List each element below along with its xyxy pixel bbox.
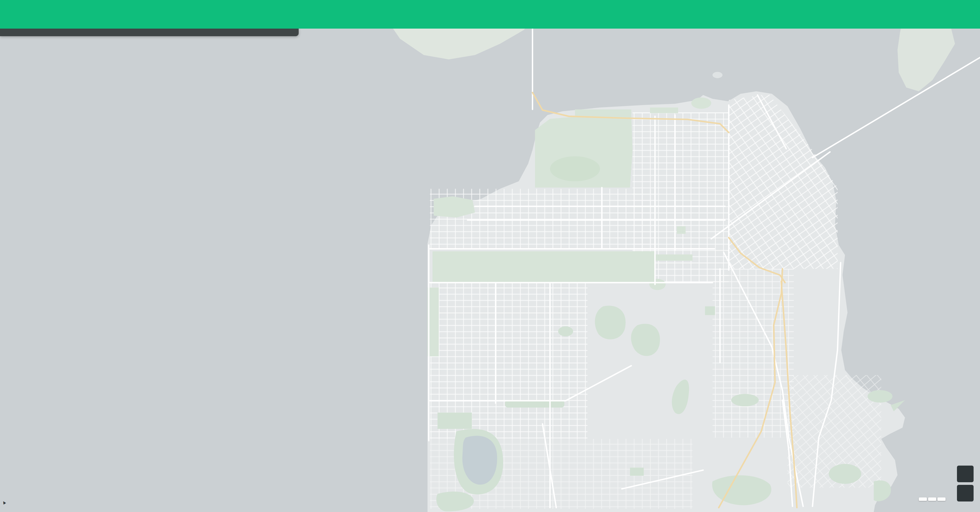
zoom-in-button[interactable] (957, 466, 974, 482)
map-svg[interactable] (0, 0, 980, 512)
zoom-controls (957, 463, 974, 501)
zoom-out-button[interactable] (957, 485, 974, 501)
terrain-view-button[interactable] (937, 498, 946, 501)
status-banner (0, 0, 980, 29)
feature-inspector (0, 29, 299, 36)
close-button[interactable] (964, 14, 967, 14)
map-view-button[interactable] (919, 498, 927, 501)
map-canvas[interactable]: ▲ (0, 0, 980, 512)
map-type-controls (919, 498, 946, 501)
satellite-view-button[interactable] (928, 498, 936, 501)
alcatraz-island (713, 72, 722, 78)
